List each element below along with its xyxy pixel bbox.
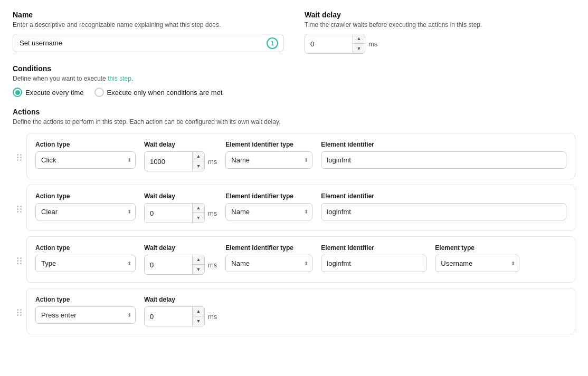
action-type-label-2: Action type <box>35 192 136 200</box>
wait-delay-title: Wait delay <box>305 11 575 19</box>
drag-handle-3[interactable] <box>13 236 26 264</box>
eid-input-3[interactable] <box>321 255 426 272</box>
drag-handle-1[interactable] <box>13 133 26 161</box>
wait-delay-label-3: Wait delay <box>144 244 217 252</box>
eid-input-1[interactable] <box>321 151 566 169</box>
wait-delay-label-4: Wait delay <box>144 296 217 303</box>
etype-select-3[interactable]: Username Password Email <box>435 255 519 272</box>
conditions-title: Conditions <box>13 64 575 73</box>
action-wait-down-1[interactable]: ▼ <box>193 161 204 171</box>
action-type-label-1: Action type <box>35 141 136 148</box>
action-wait-input-1[interactable] <box>145 153 192 170</box>
radio-execute-conditions[interactable]: Execute only when conditions are met <box>94 88 223 97</box>
wait-delay-label-1: Wait delay <box>144 141 217 148</box>
wait-delay-description: Time the crawler waits before executing … <box>305 21 575 28</box>
name-title: Name <box>13 11 283 19</box>
step-badge: 1 <box>267 37 278 49</box>
radio-execute-every-time[interactable]: Execute every time <box>13 88 84 97</box>
actions-description: Define the actions to perform in this st… <box>13 118 575 126</box>
name-input[interactable] <box>13 34 283 52</box>
eid-type-label-1: Element identifier type <box>225 141 312 148</box>
action-wait-input-4[interactable] <box>145 308 192 325</box>
eid-type-select-1[interactable]: Name ID CSS <box>225 151 312 169</box>
radio-circle-every-time <box>13 88 22 97</box>
action-wait-up-1[interactable]: ▲ <box>193 152 204 161</box>
action-row-1: Action type Click Clear Type Press enter… <box>13 133 575 179</box>
etype-label-3: Element type <box>435 244 519 252</box>
radio-label-conditions: Execute only when conditions are met <box>107 89 223 97</box>
action-type-select-1[interactable]: Click Clear Type Press enter <box>35 151 136 169</box>
action-wait-unit-2: ms <box>208 209 217 217</box>
action-wait-up-3[interactable]: ▲ <box>193 255 204 265</box>
action-wait-up-2[interactable]: ▲ <box>193 204 204 213</box>
eid-label-2: Element identifier <box>321 192 566 200</box>
actions-title: Actions <box>13 108 575 116</box>
action-wait-unit-3: ms <box>208 261 217 269</box>
action-card-2: Action type Click Clear Type Press enter… <box>26 185 575 231</box>
action-type-select-3[interactable]: Click Clear Type Press enter <box>35 255 136 272</box>
action-type-label-4: Action type <box>35 296 136 303</box>
action-wait-down-3[interactable]: ▼ <box>193 265 204 274</box>
action-wait-up-4[interactable]: ▲ <box>193 307 204 316</box>
wait-delay-label-2: Wait delay <box>144 192 217 200</box>
wait-delay-unit: ms <box>368 40 377 48</box>
action-wait-input-2[interactable] <box>145 205 192 222</box>
action-wait-down-2[interactable]: ▼ <box>193 213 204 223</box>
action-type-label-3: Action type <box>35 244 136 252</box>
wait-delay-down[interactable]: ▼ <box>353 44 365 53</box>
wait-delay-up[interactable]: ▲ <box>353 34 365 44</box>
eid-label-1: Element identifier <box>321 141 566 148</box>
eid-type-label-3: Element identifier type <box>225 244 312 252</box>
radio-label-every-time: Execute every time <box>25 89 84 97</box>
drag-handle-4[interactable] <box>13 288 26 316</box>
eid-type-select-3[interactable]: Name ID CSS <box>225 255 312 272</box>
action-card-1: Action type Click Clear Type Press enter… <box>26 133 575 179</box>
action-card-3: Action type Click Clear Type Press enter… <box>26 236 575 283</box>
action-type-select-2[interactable]: Click Clear Type Press enter <box>35 203 136 220</box>
eid-type-select-2[interactable]: Name ID CSS <box>225 203 312 220</box>
eid-input-2[interactable] <box>321 203 566 220</box>
action-wait-unit-4: ms <box>208 313 217 321</box>
conditions-description: Define when you want to execute this ste… <box>13 75 575 82</box>
action-row-4: Action type Click Clear Type Press enter… <box>13 288 575 334</box>
action-type-select-4[interactable]: Click Clear Type Press enter <box>35 306 136 324</box>
action-wait-unit-1: ms <box>208 158 217 166</box>
action-card-4: Action type Click Clear Type Press enter… <box>26 288 575 334</box>
action-row-3: Action type Click Clear Type Press enter… <box>13 236 575 283</box>
eid-type-label-2: Element identifier type <box>225 192 312 200</box>
action-wait-input-3[interactable] <box>145 256 192 274</box>
name-description: Enter a descriptive and recognizable nam… <box>13 21 283 28</box>
action-row-2: Action type Click Clear Type Press enter… <box>13 185 575 231</box>
wait-delay-input[interactable] <box>305 35 353 53</box>
eid-label-3: Element identifier <box>321 244 426 252</box>
drag-handle-2[interactable] <box>13 185 26 213</box>
radio-circle-conditions <box>94 88 104 97</box>
action-wait-down-4[interactable]: ▼ <box>193 316 204 326</box>
